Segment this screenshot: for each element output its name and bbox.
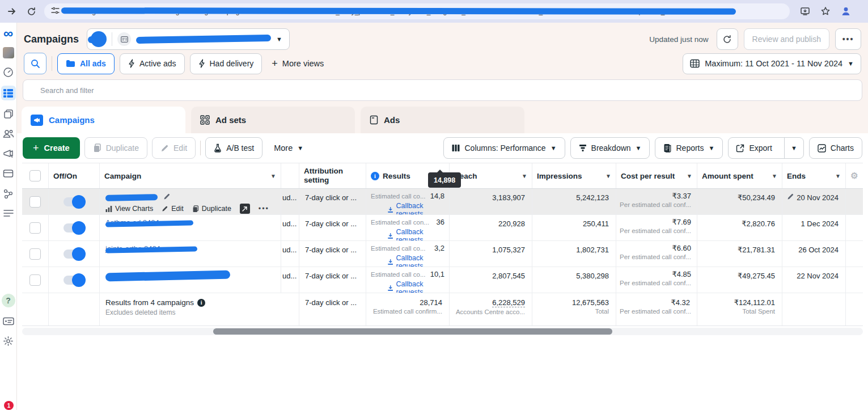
sort-caret-icon[interactable]: ▼	[687, 173, 692, 179]
row-more-actions[interactable]: •••	[259, 205, 269, 213]
ads-reporting-icon[interactable]	[2, 108, 15, 120]
reload-icon[interactable]	[25, 5, 37, 18]
forward-icon[interactable]	[6, 5, 18, 18]
view-charts-action[interactable]: View Charts	[105, 205, 153, 213]
charts-button[interactable]: Charts	[809, 137, 862, 159]
review-and-publish-button[interactable]: Review and publish	[744, 28, 829, 50]
row-checkbox[interactable]	[29, 222, 41, 234]
export-button[interactable]: Export ▼	[728, 137, 803, 159]
events-manager-icon[interactable]	[2, 187, 15, 200]
sort-caret-icon[interactable]: ▼	[772, 173, 777, 179]
onoff-toggle[interactable]	[63, 223, 85, 233]
callback-requests-link[interactable]: Callback requests	[388, 228, 444, 240]
row-select-cell[interactable]	[22, 241, 49, 267]
header-select-all[interactable]	[22, 163, 49, 188]
select-all-checkbox[interactable]	[29, 170, 41, 181]
row-toggle-cell[interactable]	[49, 267, 100, 293]
row-checkbox[interactable]	[29, 274, 41, 286]
help-icon[interactable]: ?	[2, 294, 15, 307]
sort-caret-icon[interactable]: ▼	[522, 173, 527, 179]
view-had-delivery[interactable]: Had delivery	[190, 53, 262, 74]
header-ends[interactable]: Ends▼	[782, 163, 846, 188]
site-settings-icon[interactable]	[51, 6, 60, 17]
view-all-ads[interactable]: All ads	[57, 53, 115, 74]
columns-button[interactable]: Columns: Performance ▼	[443, 137, 565, 159]
sort-caret-icon[interactable]: ▼	[835, 173, 841, 179]
search-button[interactable]	[24, 53, 46, 74]
sort-caret-icon[interactable]: ▼	[606, 173, 611, 179]
row-toggle-cell[interactable]	[49, 241, 100, 267]
row-select-cell[interactable]	[22, 215, 49, 240]
callback-requests-link[interactable]: Callback requests	[388, 254, 444, 267]
header-reach[interactable]: Reach▼	[450, 163, 532, 188]
reports-button[interactable]: Reports ▼	[655, 137, 723, 159]
campaign-cell[interactable]: View Charts Edit Duplicate •••	[100, 189, 281, 214]
row-checkbox[interactable]	[29, 196, 41, 208]
pencil-icon[interactable]	[163, 193, 171, 200]
truncated-column-cell: ud...	[281, 267, 299, 293]
onoff-toggle[interactable]	[63, 197, 85, 206]
row-select-cell[interactable]	[22, 267, 49, 293]
all-tools-icon[interactable]	[2, 207, 15, 219]
onoff-toggle[interactable]	[63, 250, 85, 259]
row-select-cell[interactable]	[22, 189, 49, 214]
browser-profile-icon[interactable]	[840, 5, 852, 18]
tab-campaigns[interactable]: Campaigns	[22, 107, 185, 133]
sort-caret-icon[interactable]: ▼	[270, 173, 276, 179]
tab-ads[interactable]: Ads	[361, 107, 524, 133]
header-more-button[interactable]: •••	[835, 28, 861, 50]
row-checkbox[interactable]	[29, 248, 41, 260]
advertising-icon[interactable]	[2, 147, 15, 160]
install-icon[interactable]	[799, 5, 811, 18]
header-campaign[interactable]: Campaign▼	[100, 163, 281, 188]
header-cost-per-result[interactable]: Cost per result▼	[616, 163, 697, 188]
edit-button[interactable]: Edit	[152, 137, 196, 159]
breakdown-button[interactable]: Breakdown ▼	[570, 137, 650, 159]
table-row: Asthma ad 8484 View Charts Edit Duplicat	[22, 215, 863, 241]
column-settings-gear-icon[interactable]: ⚙	[846, 163, 863, 188]
address-bar[interactable]: adsmanager.facebook.com/adsmanager/manag…	[44, 3, 790, 19]
toolbar-more-button[interactable]: More ▼	[267, 143, 310, 153]
header-amount-spent[interactable]: Amount spent▼	[697, 163, 782, 188]
info-icon[interactable]: i	[197, 299, 205, 307]
account-avatar[interactable]	[3, 47, 14, 58]
date-range-selector[interactable]: Maximum: 11 Oct 2021 - 11 Nov 2024 ▼	[683, 53, 861, 74]
search-and-filter-input[interactable]: Search and filter	[23, 79, 862, 101]
info-icon[interactable]: i	[371, 172, 379, 180]
row-toggle-cell[interactable]	[49, 189, 100, 214]
edit-action[interactable]: Edit	[162, 205, 184, 213]
account-overview-icon[interactable]	[2, 66, 15, 78]
export-caret[interactable]: ▼	[784, 138, 803, 158]
create-button[interactable]: + Create	[23, 137, 80, 159]
chevron-down-icon: ▼	[276, 36, 282, 43]
callback-requests-link[interactable]: Callback requests	[388, 202, 444, 214]
scrollbar-thumb[interactable]	[213, 328, 612, 335]
campaign-cell[interactable]: joints-ortho 8484 View Charts Edit Dupli	[100, 241, 281, 267]
row-toggle-cell[interactable]	[49, 215, 100, 240]
audiences-icon[interactable]	[2, 128, 15, 140]
pencil-icon	[160, 144, 169, 153]
tab-ad-sets[interactable]: Ad sets	[191, 107, 355, 133]
billing-icon[interactable]	[2, 167, 15, 180]
onoff-toggle[interactable]	[63, 276, 85, 285]
callback-requests-link[interactable]: Callback requests	[388, 280, 444, 293]
search-shortcut-icon[interactable]	[2, 315, 15, 327]
sidebar-item-campaigns[interactable]	[1, 86, 16, 100]
ad-account-selector[interactable]: ▼	[87, 28, 290, 50]
campaign-cell[interactable]: View Charts Edit Duplicate •••	[100, 267, 281, 293]
campaign-cell[interactable]: Asthma ad 8484 View Charts Edit Duplicat	[100, 215, 281, 240]
bookmark-star-icon[interactable]	[819, 5, 832, 18]
reach-cell: 2,807,545	[450, 267, 532, 293]
duplicate-button[interactable]: Duplicate	[84, 137, 147, 159]
horizontal-scrollbar[interactable]	[22, 328, 863, 335]
duplicate-action[interactable]: Duplicate	[192, 205, 231, 213]
more-views-button[interactable]: + More views	[267, 58, 328, 70]
ab-test-button[interactable]: A/B test	[205, 137, 262, 159]
open-in-new-icon[interactable]	[240, 204, 250, 214]
view-active-ads[interactable]: Active ads	[120, 53, 185, 74]
settings-gear-icon[interactable]	[2, 335, 15, 347]
pencil-icon[interactable]	[787, 193, 794, 202]
notification-badge[interactable]: 1	[4, 401, 14, 410]
header-impressions[interactable]: Impressions▼	[532, 163, 616, 188]
refresh-button[interactable]	[717, 28, 738, 50]
